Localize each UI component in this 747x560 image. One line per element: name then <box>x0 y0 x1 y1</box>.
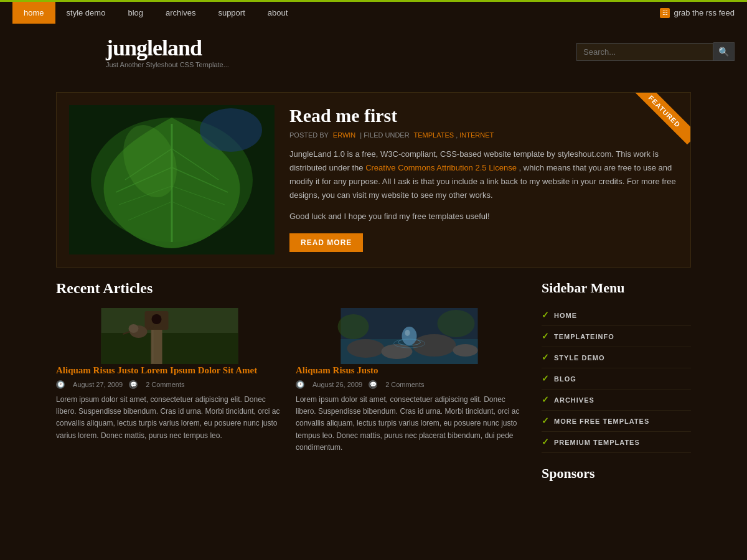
check-icon-archives: ✓ <box>542 394 549 405</box>
article-2-meta: 🕐 August 26, 2009 💬 2 Comments <box>296 380 523 389</box>
search-bar: 🔍 <box>576 42 735 61</box>
featured-meta: POSTED BY ERWIN | FILED UNDER TEMPLATES … <box>289 131 678 139</box>
sidebar-nav-item-archives[interactable]: ✓ ARCHIVES <box>542 390 691 411</box>
rss-link[interactable]: ☷ grab the rss feed <box>660 2 735 24</box>
sidebar-nav-item-templateinfo[interactable]: ✓ TEMPLATEINFO <box>542 326 691 347</box>
filed-under-label: FILED UNDER <box>364 131 409 139</box>
nav-blog[interactable]: blog <box>116 2 154 24</box>
sidebar-label-templateinfo: TEMPLATEINFO <box>554 333 614 340</box>
featured-body-3: Good luck and I hope you find my free te… <box>289 210 678 223</box>
article-1-comment-icon: 💬 <box>129 380 138 389</box>
sidebar-label-more-templates: MORE FREE TEMPLATES <box>554 418 649 425</box>
main-column: Recent Articles <box>56 280 523 490</box>
leaf-image <box>69 105 275 254</box>
article-2-title: Aliquam Risus Justo <box>296 364 523 377</box>
recent-articles-section: Recent Articles <box>56 280 523 454</box>
sidebar-nav-item-premium[interactable]: ✓ PREMIUM TEMPLATES <box>542 432 691 453</box>
two-column-layout: Recent Articles <box>56 280 691 490</box>
ribbon-label: FEATURED <box>634 93 690 144</box>
featured-ribbon: FEATURED <box>634 93 690 149</box>
nav-archives[interactable]: archives <box>154 2 207 24</box>
content-wrapper: Read me first POSTED BY ERWIN | FILED UN… <box>44 92 703 490</box>
article-1-meta: 🕐 August 27, 2009 💬 2 Comments <box>56 380 283 389</box>
article-2-image <box>296 308 523 364</box>
sponsors-heading: Sponsors <box>542 465 691 482</box>
svg-point-12 <box>200 108 262 152</box>
featured-section: Read me first POSTED BY ERWIN | FILED UN… <box>56 92 691 268</box>
author-link[interactable]: ERWIN <box>333 131 355 139</box>
article-1-link[interactable]: Aliquam Risus Justo Lorem Ipsum Dolor Si… <box>56 365 257 375</box>
search-button[interactable]: 🔍 <box>713 42 735 61</box>
article-1-date: August 27, 2009 <box>73 381 123 388</box>
article-2-excerpt: Lorem ipsum dolor sit amet, consectetuer… <box>296 394 523 454</box>
site-header: jungleland Just Another Styleshout CSS T… <box>0 24 747 80</box>
sidebar-label-home: HOME <box>554 312 577 319</box>
sidebar-heading: Sidebar Menu <box>542 280 691 296</box>
article-1-excerpt: Lorem ipsum dolor sit amet, consectetuer… <box>56 394 283 442</box>
posted-by-label: POSTED BY <box>289 131 329 139</box>
nav-home[interactable]: home <box>12 2 55 24</box>
category-internet[interactable]: INTERNET <box>459 131 494 139</box>
svg-point-25 <box>347 339 385 358</box>
article-2-comment-icon: 💬 <box>369 380 377 389</box>
article-2-link[interactable]: Aliquam Risus Justo <box>296 365 378 375</box>
featured-image <box>69 105 275 254</box>
article-2-date: August 26, 2009 <box>312 381 362 388</box>
rss-label: grab the rss feed <box>674 8 735 17</box>
article-card-1: Aliquam Risus Justo Lorem Ipsum Dolor Si… <box>56 308 283 454</box>
check-icon-more-templates: ✓ <box>542 416 549 426</box>
search-input[interactable] <box>576 43 713 61</box>
svg-point-29 <box>402 327 417 345</box>
nav-support[interactable]: support <box>207 2 256 24</box>
nav-style-demo[interactable]: style demo <box>55 2 117 24</box>
category-templates[interactable]: TEMPLATES <box>413 131 454 139</box>
sidebar-label-styledemo: STYLE DEMO <box>554 354 605 362</box>
nav-about[interactable]: about <box>256 2 299 24</box>
recent-articles-heading: Recent Articles <box>56 280 523 297</box>
svg-point-28 <box>453 344 478 357</box>
sidebar: Sidebar Menu ✓ HOME ✓ TEMPLATEINFO ✓ STY… <box>542 280 691 490</box>
cc-license-link[interactable]: Creative Commons Attribution 2.5 License <box>365 163 517 172</box>
nav-links: home style demo blog archives support ab… <box>12 2 299 24</box>
sponsors-section: Sponsors <box>542 465 691 482</box>
site-logo: jungleland Just Another Styleshout CSS T… <box>106 35 229 68</box>
article-1-title: Aliquam Risus Justo Lorem Ipsum Dolor Si… <box>56 364 283 377</box>
logo-tagline: Just Another Styleshout CSS Template... <box>106 61 229 68</box>
article-2-comments: 2 Comments <box>385 381 424 388</box>
check-icon-premium: ✓ <box>542 437 549 447</box>
article-1-comments: 2 Comments <box>146 381 184 388</box>
sidebar-label-archives: ARCHIVES <box>554 396 594 404</box>
rss-icon: ☷ <box>660 8 670 18</box>
top-navigation: home style demo blog archives support ab… <box>0 0 747 24</box>
article-2-date-icon: 🕐 <box>296 380 304 389</box>
svg-point-20 <box>129 324 139 333</box>
read-more-button[interactable]: READ MORE <box>289 233 363 252</box>
check-icon-home: ✓ <box>542 310 549 320</box>
check-icon-templateinfo: ✓ <box>542 331 549 342</box>
svg-rect-14 <box>101 333 238 364</box>
featured-content: Read me first POSTED BY ERWIN | FILED UN… <box>289 105 678 254</box>
svg-point-34 <box>438 310 475 337</box>
svg-point-18 <box>152 314 162 324</box>
svg-point-33 <box>338 314 369 339</box>
sidebar-label-premium: PREMIUM TEMPLATES <box>554 439 640 446</box>
check-icon-blog: ✓ <box>542 373 549 384</box>
article-1-image <box>56 308 283 364</box>
logo-title: jungleland <box>106 35 229 61</box>
sidebar-nav-item-more-templates[interactable]: ✓ MORE FREE TEMPLATES <box>542 411 691 432</box>
sidebar-nav-item-blog[interactable]: ✓ BLOG <box>542 368 691 390</box>
article-1-date-icon: 🕐 <box>56 380 65 389</box>
article-card-2: Aliquam Risus Justo 🕐 August 26, 2009 💬 … <box>296 308 523 454</box>
sidebar-menu: Sidebar Menu ✓ HOME ✓ TEMPLATEINFO ✓ STY… <box>542 280 691 453</box>
featured-title: Read me first <box>289 105 678 126</box>
featured-body: JungleLand 1.0 is a free, W3C-compliant,… <box>289 147 678 223</box>
check-icon-styledemo: ✓ <box>542 352 549 363</box>
svg-point-30 <box>405 330 410 336</box>
articles-grid: Aliquam Risus Justo Lorem Ipsum Dolor Si… <box>56 308 523 454</box>
sidebar-nav-item-styledemo[interactable]: ✓ STYLE DEMO <box>542 347 691 368</box>
sidebar-label-blog: BLOG <box>554 375 576 383</box>
sidebar-nav-item-home[interactable]: ✓ HOME <box>542 305 691 326</box>
svg-point-27 <box>413 334 456 357</box>
